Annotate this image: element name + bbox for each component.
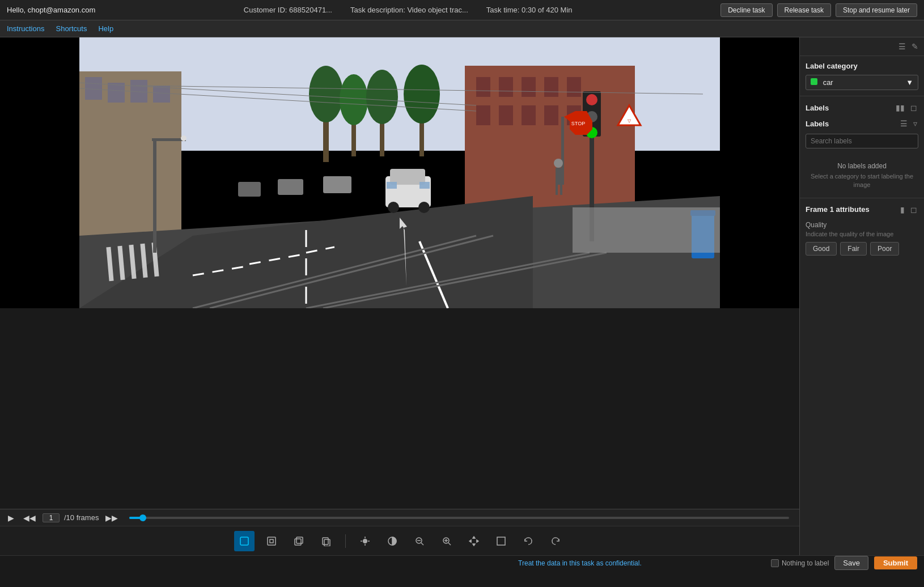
svg-rect-98 bbox=[497, 537, 505, 545]
svg-rect-68 bbox=[278, 179, 303, 195]
label-category-section: Label category car ▼ bbox=[800, 56, 924, 96]
quality-fair-button[interactable]: Fair bbox=[840, 242, 867, 256]
labels-title: Labels bbox=[806, 104, 829, 112]
task-description: Task description: Video object trac... bbox=[350, 6, 468, 14]
labels-expand-icon[interactable]: ◻ bbox=[909, 102, 918, 113]
svg-rect-66 bbox=[573, 207, 720, 253]
svg-rect-2 bbox=[85, 77, 102, 100]
labels-filter-icon[interactable]: ▿ bbox=[912, 118, 918, 129]
svg-rect-76 bbox=[270, 539, 273, 543]
frame-total: /10 frames bbox=[64, 513, 99, 522]
timeline-bar: ▶ ◀◀ /10 frames ▶▶ bbox=[0, 509, 799, 526]
svg-rect-77 bbox=[295, 539, 301, 545]
video-area: STOP ▽ bbox=[0, 37, 799, 555]
undo-button[interactable] bbox=[518, 531, 539, 551]
move-tool-button[interactable] bbox=[464, 531, 484, 551]
svg-rect-3 bbox=[108, 83, 125, 103]
frame-number-input[interactable] bbox=[43, 513, 60, 522]
svg-marker-97 bbox=[477, 540, 478, 542]
category-value: car bbox=[823, 78, 833, 87]
svg-rect-78 bbox=[296, 537, 303, 543]
svg-rect-11 bbox=[567, 77, 581, 97]
svg-line-88 bbox=[421, 543, 423, 545]
svg-point-49 bbox=[586, 94, 597, 105]
panel-list-icon[interactable]: ☰ bbox=[897, 41, 907, 52]
task-info: Customer ID: 688520471... Task descripti… bbox=[118, 6, 698, 14]
video-canvas[interactable]: STOP ▽ bbox=[0, 37, 799, 308]
bounding-box-tool-button[interactable] bbox=[261, 531, 282, 551]
select-tool-button[interactable] bbox=[234, 531, 255, 551]
nav-help[interactable]: Help bbox=[98, 24, 113, 33]
quality-poor-button[interactable]: Poor bbox=[870, 242, 899, 256]
labels-sub-icons: ☰ ▿ bbox=[899, 118, 918, 129]
svg-rect-79 bbox=[323, 538, 328, 545]
submit-button[interactable]: Submit bbox=[874, 556, 917, 569]
nothing-to-label-label: Nothing to label bbox=[782, 559, 829, 567]
labels-collapse-icon[interactable]: ▮▮ bbox=[895, 102, 906, 113]
label-category-dropdown[interactable]: car ▼ bbox=[806, 75, 918, 90]
frame-attrs-expand-icon[interactable]: ◻ bbox=[909, 204, 918, 215]
quality-label: Quality bbox=[806, 221, 918, 229]
nothing-to-label-wrap: Nothing to label bbox=[771, 559, 829, 567]
nav-instructions[interactable]: Instructions bbox=[7, 24, 44, 33]
frame-attrs-collapse-icon[interactable]: ▮ bbox=[899, 204, 906, 215]
svg-rect-13 bbox=[499, 105, 513, 125]
zoom-out-button[interactable] bbox=[409, 531, 430, 551]
labels-header-icons: ▮▮ ◻ bbox=[895, 102, 918, 113]
svg-rect-10 bbox=[544, 77, 558, 97]
panel-top-icons: ☰ ✎ bbox=[800, 37, 924, 56]
svg-rect-15 bbox=[544, 105, 558, 125]
top-bar-buttons: Decline task Release task Stop and resum… bbox=[720, 3, 917, 17]
video-frame: STOP ▽ bbox=[0, 37, 799, 308]
svg-rect-8 bbox=[499, 77, 513, 97]
frame-attrs-title: Frame 1 attributes bbox=[806, 205, 870, 214]
contrast-tool-button[interactable] bbox=[382, 531, 402, 551]
labels-sub-title: Labels bbox=[806, 120, 829, 128]
svg-rect-12 bbox=[476, 105, 490, 125]
play-button[interactable]: ▶ bbox=[6, 512, 16, 524]
svg-point-18 bbox=[309, 66, 343, 122]
stop-resume-button[interactable]: Stop and resume later bbox=[836, 3, 917, 17]
copy-tool-button[interactable] bbox=[316, 531, 336, 551]
svg-rect-9 bbox=[522, 77, 536, 97]
svg-rect-64 bbox=[556, 184, 558, 195]
labels-header: Labels ▮▮ ◻ bbox=[806, 102, 918, 113]
labels-sub-header: Labels ☰ ▿ bbox=[806, 118, 918, 129]
svg-rect-45 bbox=[387, 182, 397, 189]
decline-task-button[interactable]: Decline task bbox=[720, 3, 772, 17]
svg-text:STOP: STOP bbox=[571, 121, 585, 126]
main-layout: STOP ▽ bbox=[0, 37, 924, 555]
timeline-progress[interactable] bbox=[129, 517, 789, 519]
release-task-button[interactable]: Release task bbox=[777, 3, 831, 17]
svg-point-22 bbox=[366, 70, 398, 124]
nothing-to-label-checkbox[interactable] bbox=[771, 559, 779, 567]
below-video-area bbox=[0, 308, 799, 509]
resize-tool-button[interactable] bbox=[491, 531, 511, 551]
search-labels-input[interactable] bbox=[806, 134, 918, 148]
svg-rect-57 bbox=[153, 139, 156, 253]
category-dot bbox=[811, 78, 817, 85]
svg-point-24 bbox=[404, 65, 440, 124]
duplicate-tool-button[interactable] bbox=[289, 531, 309, 551]
frame-attrs-header: Frame 1 attributes ▮ ◻ bbox=[806, 204, 918, 215]
zoom-in-button[interactable] bbox=[436, 531, 457, 551]
bottom-bar: Treat the data in this task as confident… bbox=[0, 555, 924, 570]
confidential-message: Treat the data in this task as confident… bbox=[389, 559, 771, 567]
svg-point-44 bbox=[418, 202, 430, 213]
labels-sort-icon[interactable]: ☰ bbox=[899, 118, 909, 129]
svg-point-59 bbox=[181, 135, 187, 141]
quality-good-button[interactable]: Good bbox=[806, 242, 837, 256]
next-frame-button[interactable]: ▶▶ bbox=[103, 512, 120, 524]
brightness-tool-button[interactable] bbox=[355, 531, 375, 551]
svg-rect-52 bbox=[561, 117, 564, 185]
svg-rect-46 bbox=[419, 182, 430, 189]
svg-rect-14 bbox=[522, 105, 536, 125]
panel-edit-icon[interactable]: ✎ bbox=[910, 41, 919, 52]
category-color-indicator: car bbox=[811, 78, 833, 87]
save-button[interactable]: Save bbox=[834, 556, 868, 570]
svg-point-43 bbox=[388, 202, 399, 213]
no-labels-message: No labels added Select a category to sta… bbox=[806, 153, 918, 192]
nav-shortcuts[interactable]: Shortcuts bbox=[56, 24, 87, 33]
prev-frame-button[interactable]: ◀◀ bbox=[21, 512, 38, 524]
redo-button[interactable] bbox=[545, 531, 566, 551]
